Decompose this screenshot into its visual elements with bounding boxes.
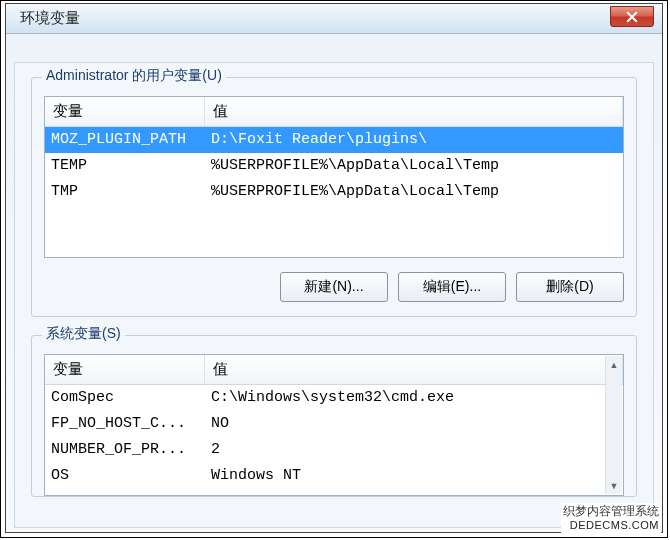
edit-button[interactable]: 编辑(E)... — [398, 272, 506, 302]
table-row[interactable]: FP_NO_HOST_C...NO — [45, 411, 623, 437]
inner-panel: Administrator 的用户变量(U) 变量 值 MOZ_PLUGIN_P… — [14, 62, 654, 528]
table-row[interactable]: NUMBER_OF_PR...2 — [45, 437, 623, 463]
cell-value: NO — [205, 411, 623, 437]
cell-value: 2 — [205, 437, 623, 463]
client-area: Administrator 的用户变量(U) 变量 值 MOZ_PLUGIN_P… — [6, 34, 662, 532]
watermark: 织梦内容管理系统 DEDECMS.COM — [561, 503, 661, 533]
cell-value: %USERPROFILE%\AppData\Local\Temp — [205, 179, 623, 205]
cell-variable: OS — [45, 463, 205, 489]
table-row[interactable]: TMP%USERPROFILE%\AppData\Local\Temp — [45, 179, 623, 205]
watermark-zh: 织梦内容管理系统 — [563, 504, 659, 518]
cell-variable: TEMP — [45, 153, 205, 179]
close-button[interactable] — [610, 6, 654, 27]
system-variables-legend: 系统变量(S) — [42, 325, 125, 343]
cell-variable: NUMBER_OF_PR... — [45, 437, 205, 463]
image-frame: 环境变量 Administrator 的用户变量(U) 变量 值 — [0, 0, 668, 538]
list-body: MOZ_PLUGIN_PATHD:\Foxit Reader\plugins\T… — [45, 127, 623, 257]
user-variables-list[interactable]: 变量 值 MOZ_PLUGIN_PATHD:\Foxit Reader\plug… — [44, 96, 624, 258]
user-variables-legend: Administrator 的用户变量(U) — [42, 67, 226, 85]
table-row-empty — [45, 231, 623, 257]
list-body: ComSpecC:\Windows\system32\cmd.exeFP_NO_… — [45, 385, 623, 495]
cell-value: C:\Windows\system32\cmd.exe — [205, 385, 623, 411]
new-button[interactable]: 新建(N)... — [280, 272, 388, 302]
user-vars-button-row: 新建(N)... 编辑(E)... 删除(D) — [44, 272, 624, 302]
cell-variable: FP_NO_HOST_C... — [45, 411, 205, 437]
table-row[interactable]: OSWindows NT — [45, 463, 623, 489]
table-row[interactable]: ComSpecC:\Windows\system32\cmd.exe — [45, 385, 623, 411]
dialog-window: 环境变量 Administrator 的用户变量(U) 变量 值 — [5, 3, 663, 533]
close-icon — [626, 11, 638, 23]
system-variables-list[interactable]: 变量 值 ComSpecC:\Windows\system32\cmd.exeF… — [44, 354, 624, 496]
scroll-up-arrow-icon[interactable]: ▲ — [606, 356, 622, 373]
system-list-wrap: 变量 值 ComSpecC:\Windows\system32\cmd.exeF… — [44, 354, 624, 496]
list-header: 变量 值 — [45, 355, 623, 385]
delete-button[interactable]: 删除(D) — [516, 272, 624, 302]
titlebar: 环境变量 — [6, 4, 662, 34]
table-row[interactable]: TEMP%USERPROFILE%\AppData\Local\Temp — [45, 153, 623, 179]
column-header-value[interactable]: 值 — [205, 355, 623, 384]
window-title: 环境变量 — [20, 9, 80, 28]
user-variables-group: Administrator 的用户变量(U) 变量 值 MOZ_PLUGIN_P… — [31, 77, 637, 317]
table-row[interactable]: MOZ_PLUGIN_PATHD:\Foxit Reader\plugins\ — [45, 127, 623, 153]
cell-value: Windows NT — [205, 463, 623, 489]
column-header-variable[interactable]: 变量 — [45, 97, 205, 126]
cell-value: %USERPROFILE%\AppData\Local\Temp — [205, 153, 623, 179]
scroll-thumb[interactable] — [606, 373, 622, 477]
vertical-scrollbar[interactable]: ▲ ▼ — [605, 356, 622, 494]
column-header-variable[interactable]: 变量 — [45, 355, 205, 384]
list-header: 变量 值 — [45, 97, 623, 127]
cell-value: D:\Foxit Reader\plugins\ — [205, 127, 623, 153]
scroll-down-arrow-icon[interactable]: ▼ — [606, 477, 622, 494]
system-variables-group: 系统变量(S) 变量 值 ComSpecC:\Windows\system32\… — [31, 335, 637, 497]
cell-variable: MOZ_PLUGIN_PATH — [45, 127, 205, 153]
cell-variable: TMP — [45, 179, 205, 205]
table-row-empty — [45, 205, 623, 231]
column-header-value[interactable]: 值 — [205, 97, 623, 126]
watermark-en: DEDECMS.COM — [563, 519, 659, 532]
cell-variable: ComSpec — [45, 385, 205, 411]
